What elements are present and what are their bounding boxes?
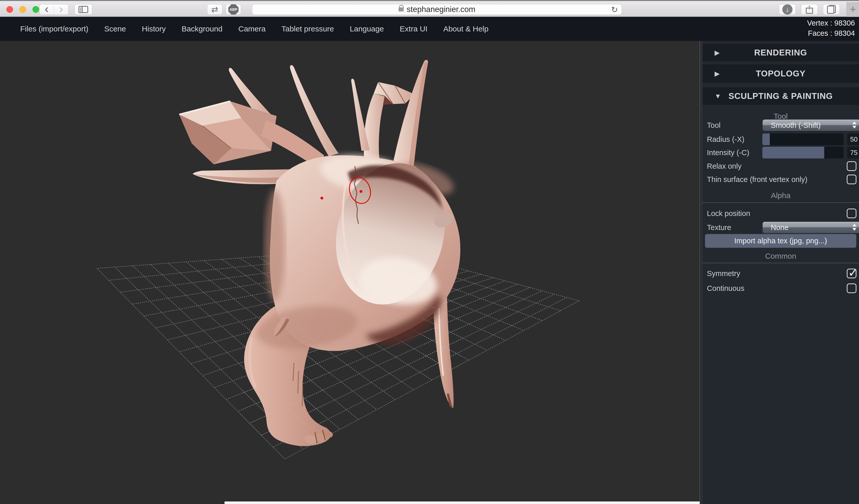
tabs-icon [827, 5, 836, 14]
texture-label: Texture [707, 224, 731, 232]
sculpt-scene [0, 41, 700, 504]
texture-select[interactable]: None [762, 222, 859, 233]
menu-background[interactable]: Background [174, 25, 230, 33]
menu-camera[interactable]: Camera [230, 25, 273, 33]
tool-label: Tool [707, 121, 721, 129]
select-stepper-icon [852, 224, 856, 231]
lock-position-label: Lock position [707, 209, 750, 218]
share-icon [806, 7, 813, 14]
section-topology[interactable]: ▶ TOPOLOGY [702, 64, 859, 83]
faces-count: Faces : 98304 [807, 28, 855, 38]
menu-tablet-pressure[interactable]: Tablet pressure [273, 25, 342, 33]
continuous-checkbox[interactable] [847, 284, 856, 293]
relax-only-label: Relax only [707, 162, 741, 170]
intensity-slider-fill [762, 147, 824, 158]
chevron-right-icon: ▶ [714, 70, 720, 78]
sidebar-button[interactable] [74, 4, 92, 15]
thin-surface-checkbox[interactable] [847, 174, 856, 184]
menu-scene[interactable]: Scene [96, 25, 134, 33]
chevron-right-icon: ▶ [714, 49, 720, 57]
browser-toolbar: ‹ › ⇄ ABP stephaneginier.com ↻ ↓ + [0, 0, 859, 17]
sidebar-icon [78, 6, 88, 13]
back-button[interactable]: ‹ [40, 4, 54, 15]
menu-about-help[interactable]: About & Help [435, 25, 496, 33]
intensity-slider[interactable] [762, 147, 844, 158]
menu-files[interactable]: Files (import/export) [12, 25, 96, 33]
close-window-button[interactable] [6, 6, 13, 13]
settings-panel: ▶ RENDERING ▶ TOPOLOGY ▼ SCULPTING & PAI… [700, 41, 859, 504]
texture-row: Texture None [702, 222, 859, 233]
tool-select[interactable]: Smooth (-Shift) [762, 119, 859, 131]
menu-extra-ui[interactable]: Extra UI [392, 25, 435, 33]
address-bar[interactable]: stephaneginier.com ↻ [252, 4, 622, 15]
forward-button[interactable]: › [54, 4, 68, 15]
url-text: stephaneginier.com [407, 5, 476, 14]
intensity-row: Intensity (-C) 75 [702, 147, 859, 158]
tab-overview-button[interactable] [823, 4, 840, 15]
extension-button-translate[interactable]: ⇄ [207, 4, 222, 15]
common-group-title: Common [702, 252, 859, 260]
divider [702, 202, 859, 203]
radius-row: Radius (-X) 50 [702, 134, 859, 145]
relax-only-checkbox[interactable] [847, 161, 856, 171]
import-alpha-button[interactable]: Import alpha tex (jpg, png...) [705, 234, 856, 248]
continuous-label: Continuous [707, 284, 744, 293]
sculptgl-menubar: Files (import/export) Scene History Back… [0, 17, 859, 41]
minimize-window-button[interactable] [19, 6, 26, 13]
symmetry-checkbox[interactable] [847, 269, 856, 278]
new-tab-button[interactable]: + [846, 2, 859, 17]
share-button[interactable] [801, 4, 818, 15]
horizontal-scrollbar[interactable] [224, 502, 700, 504]
reload-icon[interactable]: ↻ [611, 5, 618, 15]
radius-slider-fill [762, 134, 770, 145]
viewport-canvas[interactable] [0, 41, 700, 504]
symmetry-row: Symmetry [702, 268, 859, 279]
lock-icon [398, 7, 404, 12]
menu-language[interactable]: Language [342, 25, 392, 33]
tool-row: Tool Smooth (-Shift) [702, 119, 859, 131]
abp-icon: ABP [228, 4, 239, 15]
mesh-stats: Vertex : 98306 Faces : 98304 [807, 18, 855, 38]
thin-surface-row: Thin surface (front vertex only) [702, 173, 859, 185]
radius-label: Radius (-X) [707, 135, 744, 144]
lock-position-row: Lock position [702, 208, 859, 219]
radius-slider[interactable] [762, 134, 844, 145]
radius-value[interactable]: 50 [847, 134, 859, 145]
select-stepper-icon [852, 121, 856, 128]
nav-buttons: ‹ › [40, 4, 69, 15]
chevron-down-icon: ▼ [714, 92, 721, 100]
symmetry-label: Symmetry [707, 269, 740, 278]
swap-arrows-icon: ⇄ [211, 5, 218, 14]
safari-window: ‹ › ⇄ ABP stephaneginier.com ↻ ↓ + Files… [0, 0, 859, 504]
thin-surface-label: Thin surface (front vertex only) [707, 175, 807, 184]
download-icon: ↓ [782, 4, 793, 15]
intensity-label: Intensity (-C) [707, 149, 749, 157]
vertex-count: Vertex : 98306 [807, 18, 855, 28]
zoom-window-button[interactable] [32, 6, 39, 13]
lock-position-checkbox[interactable] [847, 209, 856, 218]
continuous-row: Continuous [702, 282, 859, 294]
section-rendering[interactable]: ▶ RENDERING [702, 44, 859, 61]
downloads-button[interactable]: ↓ [779, 4, 796, 15]
section-sculpting-painting[interactable]: ▼ SCULPTING & PAINTING [702, 87, 859, 105]
relax-only-row: Relax only [702, 160, 859, 172]
intensity-value[interactable]: 75 [847, 147, 859, 158]
traffic-lights [6, 6, 39, 13]
divider [702, 263, 859, 263]
alpha-group-title: Alpha [702, 191, 859, 200]
extension-button-adblock[interactable]: ABP [226, 4, 241, 15]
sculpt-model[interactable] [179, 60, 461, 446]
menu-history[interactable]: History [134, 25, 174, 33]
